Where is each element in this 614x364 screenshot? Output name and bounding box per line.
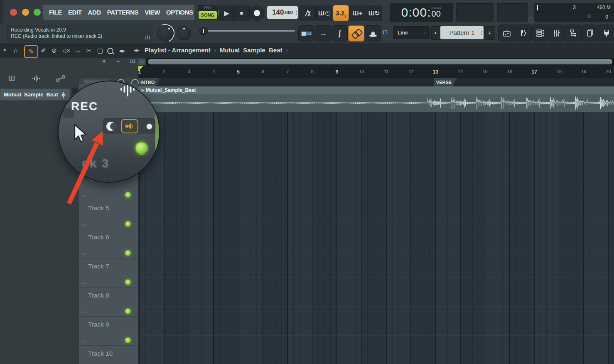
channel-rack-window-button[interactable] [531, 25, 548, 42]
breadcrumb-root[interactable]: Playlist - Arrangement [145, 47, 211, 54]
magnified-pan-knob [106, 122, 115, 131]
track-name[interactable]: Track 6 [88, 234, 109, 241]
timeline-ruler[interactable]: 1234567891011121314151617181920 [138, 65, 614, 79]
track-name[interactable]: Track 10 [88, 350, 113, 357]
mixer-window-button[interactable] [548, 25, 565, 42]
project-picker-button[interactable] [581, 25, 598, 42]
pattern-selector[interactable]: Pattern 1 ▴▾ [440, 26, 484, 39]
menu-item-patterns[interactable]: PATTERNS [107, 9, 138, 16]
track-name[interactable]: Track 9 [88, 321, 109, 328]
delete-tool-button[interactable]: ⊘ [52, 47, 57, 54]
picker-patterns-tab-icon[interactable]: Ш [8, 75, 15, 82]
browser-icon [569, 29, 578, 37]
typing-keyboard-button[interactable]: → [315, 25, 331, 42]
multilink-controllers-button[interactable] [348, 25, 364, 42]
paint-tool-button[interactable]: ✐ [41, 47, 46, 54]
loop-record-button[interactable]: Ш+ [349, 5, 366, 21]
step-edit-button[interactable]: ▦Ш [298, 25, 314, 42]
song-pattern-toggle[interactable]: PAT SONG [198, 5, 218, 20]
hint-panel: Recording Vocals in 20.9 REC (Audio trac… [7, 25, 153, 42]
menu-item-edit[interactable]: EDIT [68, 9, 82, 16]
marker-row[interactable]: INTROVERSE [138, 78, 614, 86]
song-marker-verse[interactable]: VERSE [434, 78, 457, 86]
track-enable-led[interactable] [125, 192, 131, 198]
ruler-bar-9: 9 [332, 69, 342, 75]
select-tool-button[interactable]: ▢ [97, 47, 103, 54]
shuffle-slider-thumb[interactable] [199, 27, 208, 35]
track-header-10[interactable]: Track 10 [79, 346, 138, 364]
clip-label-strip[interactable]: ➤ Mutual_Sample_Beat [138, 86, 614, 94]
playlist-snap-magnet-icon[interactable]: ∩ [13, 47, 18, 54]
slice-tool-button[interactable]: ✂ [86, 47, 92, 54]
song-mode-label[interactable]: SONG [199, 11, 217, 19]
memory-value: 460 M [597, 5, 611, 10]
track-name[interactable]: Track 8 [88, 292, 109, 299]
play-button[interactable]: ▶ [219, 5, 235, 21]
magnified-green-led [135, 141, 148, 155]
snap-value: Line [398, 30, 408, 36]
menu-item-view[interactable]: VIEW [145, 9, 160, 16]
playlist-window-button[interactable] [498, 25, 515, 42]
horizontal-scrollbar[interactable] [146, 58, 614, 65]
main-pitch-knob[interactable] [157, 25, 174, 42]
picker-selected-clip[interactable]: Mutual_Sample_Beat [0, 89, 71, 101]
master-volume-knob[interactable] [177, 26, 191, 40]
zoom-tool-button[interactable] [107, 48, 113, 54]
track-name[interactable]: Track 5 [88, 204, 109, 212]
track-enable-led[interactable] [125, 221, 131, 227]
menu-item-file[interactable]: FILE [49, 9, 62, 16]
time-centiseconds: 00 [432, 9, 441, 19]
track-header-5[interactable]: Track 5 [79, 200, 138, 229]
metronome-button[interactable] [300, 5, 316, 21]
picker-automation-tab-icon[interactable] [56, 75, 66, 82]
piano-roll-window-button[interactable] [515, 25, 532, 42]
track-enable-led[interactable] [125, 250, 131, 256]
track-header-7[interactable]: Track 7 [79, 258, 138, 288]
chevron-left-icon: ‹ [141, 59, 143, 64]
time-display[interactable]: 0:00: M:S:CS 00 [390, 3, 453, 22]
breadcrumb-current[interactable]: Mutual_Sample_Beat [220, 47, 282, 54]
add-pattern-button[interactable]: + [484, 26, 495, 40]
remaining-display-panel [497, 3, 528, 22]
close-window-button[interactable] [10, 9, 17, 16]
mute-tool-button[interactable]: ◁✕ [62, 48, 70, 54]
tempo-spinner[interactable]: ▴▾ [295, 10, 297, 15]
tempo-display[interactable]: 140.000 ▴▾ [267, 6, 298, 19]
slip-tool-button[interactable]: ↔ [75, 47, 81, 54]
track-enable-led[interactable] [125, 337, 131, 343]
menu-item-add[interactable]: ADD [88, 9, 101, 16]
audio-clip[interactable]: ➤ Mutual_Sample_Beat [138, 86, 614, 113]
touch-controller-button[interactable] [365, 25, 381, 42]
minimize-window-button[interactable] [22, 9, 29, 16]
pat-mode-label[interactable]: PAT [198, 5, 218, 10]
track-name[interactable]: Track 7 [88, 263, 109, 270]
track-enable-led[interactable] [125, 279, 131, 285]
channel-rack-icon [535, 29, 545, 37]
portamento-button[interactable]: ʃ [332, 25, 348, 42]
playlist-grid[interactable] [138, 112, 614, 364]
plugin-picker-button[interactable] [598, 25, 614, 42]
pattern-picker-arrow[interactable]: ▸ [431, 26, 440, 40]
countdown-before-recording-button[interactable]: 3.2t [333, 5, 349, 21]
pattern-spinner[interactable]: ▴▾ [481, 30, 482, 36]
song-marker-intro[interactable]: INTRO [138, 78, 160, 86]
zoom-window-button[interactable] [34, 9, 41, 16]
draw-tool-button[interactable]: ✎ [24, 45, 38, 58]
menu-item-options[interactable]: OPTIONS [166, 9, 193, 16]
browser-window-button[interactable] [565, 25, 582, 42]
scrollbar-handle[interactable] [148, 59, 612, 64]
record-button[interactable] [249, 5, 265, 21]
blend-recording-button[interactable]: Ш↻ [366, 5, 382, 21]
scroll-left-button[interactable]: ‹ [138, 59, 145, 65]
track-enable-led[interactable] [125, 308, 131, 314]
wait-for-input-button[interactable]: Ш [316, 5, 332, 21]
picker-audio-tab-icon[interactable] [31, 75, 42, 82]
track-header-6[interactable]: Track 6 [79, 229, 138, 258]
track-header-8[interactable]: Track 8 [79, 288, 138, 317]
shuffle-slider-track[interactable] [208, 30, 295, 32]
stop-button[interactable]: ■ [233, 5, 250, 21]
snap-selector[interactable]: Line › [393, 26, 430, 39]
playback-tool-button[interactable]: ◂▸ [119, 47, 125, 54]
track-header-9[interactable]: Track 9 [79, 317, 138, 346]
playlist-menu-arrow[interactable]: ▸ [4, 47, 7, 52]
